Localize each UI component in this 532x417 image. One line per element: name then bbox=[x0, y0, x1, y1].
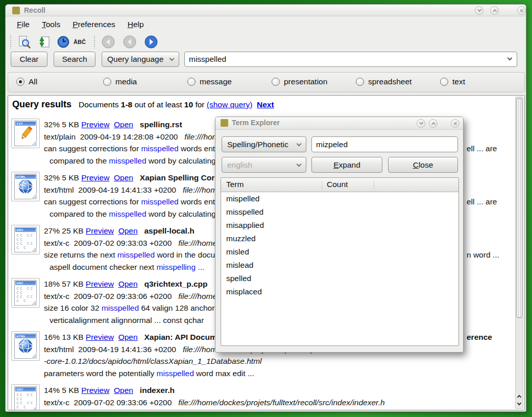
filter-strip: All media message presentation spreadshe… bbox=[8, 72, 525, 92]
text-segment: can suggest corrections for bbox=[44, 144, 141, 153]
column-separator[interactable] bbox=[374, 181, 374, 189]
text-segment bbox=[114, 280, 118, 288]
dialog-titlebar[interactable]: Term Explorer × bbox=[215, 117, 463, 130]
term-explorer-icon[interactable]: ÅBĈ bbox=[72, 35, 87, 49]
expansion-mode-dropdown[interactable]: Spelling/Phonetic bbox=[222, 136, 306, 152]
filter-message[interactable]: message bbox=[187, 77, 232, 86]
result-link[interactable]: Preview bbox=[81, 120, 109, 129]
text-segment bbox=[138, 280, 144, 288]
term-cell: misplaced bbox=[221, 285, 323, 298]
result-link[interactable]: Preview bbox=[86, 333, 114, 341]
source-file-icon: SRC cc cc cc cc cc c c bbox=[11, 225, 40, 254]
result-link[interactable]: Preview bbox=[86, 280, 114, 288]
text-segment: 27% 25 KB bbox=[44, 226, 86, 235]
text-segment: can suggest corrections for bbox=[44, 197, 141, 206]
advanced-search-icon[interactable] bbox=[17, 35, 32, 49]
maximize-button[interactable] bbox=[490, 6, 499, 15]
window-titlebar[interactable]: Recoll × bbox=[6, 5, 526, 16]
text-segment: indexer.h bbox=[140, 386, 175, 395]
text-segment: spelling.rst bbox=[140, 120, 182, 129]
filter-text[interactable]: text bbox=[440, 77, 465, 86]
text-segment bbox=[114, 333, 118, 341]
search-button[interactable]: Search bbox=[54, 52, 95, 67]
close-icon: × bbox=[453, 120, 457, 127]
filter-media[interactable]: media bbox=[103, 77, 137, 86]
chevron-down-icon bbox=[297, 141, 302, 146]
term-cell: spelled bbox=[221, 272, 323, 285]
scroll-down-button[interactable] bbox=[516, 400, 522, 408]
chevron-down-icon bbox=[297, 161, 302, 167]
term-row[interactable]: misspelled bbox=[221, 205, 458, 219]
scrollbar-thumb[interactable] bbox=[516, 98, 522, 318]
term-row[interactable]: mispelled bbox=[221, 192, 458, 205]
filter-presentation[interactable]: presentation bbox=[272, 77, 327, 86]
previous-page-icon[interactable] bbox=[122, 35, 137, 49]
term-row[interactable]: muzzled bbox=[221, 232, 458, 245]
first-page-icon[interactable] bbox=[101, 35, 116, 49]
dialog-close-button[interactable]: × bbox=[451, 119, 460, 128]
results-scrollbar[interactable] bbox=[515, 97, 523, 409]
term-row[interactable]: mislead bbox=[221, 259, 458, 272]
result-link[interactable]: Next bbox=[257, 100, 274, 109]
menu-tools[interactable]: Tools bbox=[37, 18, 65, 31]
term-cell: misspelled bbox=[221, 205, 323, 219]
column-header-count[interactable]: Count bbox=[327, 180, 348, 189]
toolbar-grip[interactable] bbox=[93, 35, 96, 49]
source-file-icon: SRC cc cc cc cc cc c c bbox=[11, 384, 40, 410]
scroll-up-button[interactable] bbox=[516, 392, 522, 400]
expand-button[interactable]: Expand bbox=[311, 157, 382, 173]
result-text-fragment: erence bbox=[467, 331, 492, 343]
menu-preferences[interactable]: Preferences bbox=[67, 18, 120, 31]
text-segment: misspelled bbox=[141, 197, 178, 206]
toolbar: ÅBĈ bbox=[6, 32, 526, 52]
text-segment: 16% 13 KB bbox=[44, 333, 86, 341]
term-cell: misled bbox=[221, 245, 323, 259]
text-segment bbox=[109, 386, 114, 395]
result-link[interactable]: Open bbox=[114, 120, 133, 129]
menu-file[interactable]: File bbox=[12, 18, 35, 31]
count-cell bbox=[323, 285, 458, 298]
column-header-term[interactable]: Term bbox=[226, 180, 244, 189]
next-page-icon[interactable] bbox=[143, 35, 159, 49]
text-segment bbox=[138, 333, 144, 341]
term-input[interactable] bbox=[311, 136, 458, 152]
document-history-icon[interactable] bbox=[56, 35, 71, 49]
dialog-title: Term Explorer bbox=[232, 119, 280, 127]
filter-spreadsheet[interactable]: spreadsheet bbox=[356, 77, 412, 86]
count-cell bbox=[323, 192, 458, 205]
query-language-dropdown[interactable]: Query language bbox=[102, 52, 179, 67]
text-segment: 10 bbox=[184, 100, 193, 109]
result-link[interactable]: Open bbox=[118, 226, 138, 235]
minimize-button[interactable] bbox=[475, 6, 483, 15]
filter-all[interactable]: All bbox=[16, 77, 37, 86]
result-link[interactable]: Preview bbox=[86, 226, 114, 235]
language-dropdown[interactable]: english bbox=[222, 157, 306, 173]
result-link[interactable]: Open bbox=[118, 280, 138, 288]
result-link[interactable]: Open bbox=[114, 386, 133, 395]
term-row[interactable]: misplaced bbox=[221, 285, 458, 298]
dialog-maximize-button[interactable] bbox=[429, 119, 438, 128]
close-button[interactable]: × bbox=[517, 6, 526, 15]
results-header: Query results Documents 1-8 out of at le… bbox=[12, 99, 274, 110]
window-title: Recoll bbox=[24, 6, 45, 14]
dialog-close-action-button[interactable]: Close bbox=[388, 157, 458, 173]
term-row[interactable]: spelled bbox=[221, 272, 458, 285]
menu-help[interactable]: Help bbox=[123, 18, 149, 31]
sort-parameters-icon[interactable] bbox=[36, 35, 52, 49]
clear-button[interactable]: Clear bbox=[11, 52, 47, 67]
result-link[interactable]: Preview bbox=[81, 173, 109, 182]
search-query-input[interactable] bbox=[184, 52, 517, 67]
term-explorer-dialog: Term Explorer × Spelling/Phonetic englis… bbox=[215, 117, 464, 353]
column-separator[interactable] bbox=[322, 181, 322, 189]
result-link[interactable]: Open bbox=[118, 333, 138, 341]
text-segment bbox=[138, 226, 144, 235]
term-row[interactable]: misled bbox=[221, 245, 458, 259]
term-row[interactable]: misapplied bbox=[221, 219, 458, 232]
text-segment: 18% 57 KB bbox=[44, 280, 86, 288]
result-link[interactable]: (show query) bbox=[207, 100, 253, 109]
chevron-down-icon bbox=[170, 56, 175, 61]
dialog-minimize-button[interactable] bbox=[417, 119, 425, 128]
result-link[interactable]: Open bbox=[114, 173, 133, 182]
toolbar-grip[interactable] bbox=[10, 35, 12, 49]
result-link[interactable]: Preview bbox=[81, 386, 109, 395]
